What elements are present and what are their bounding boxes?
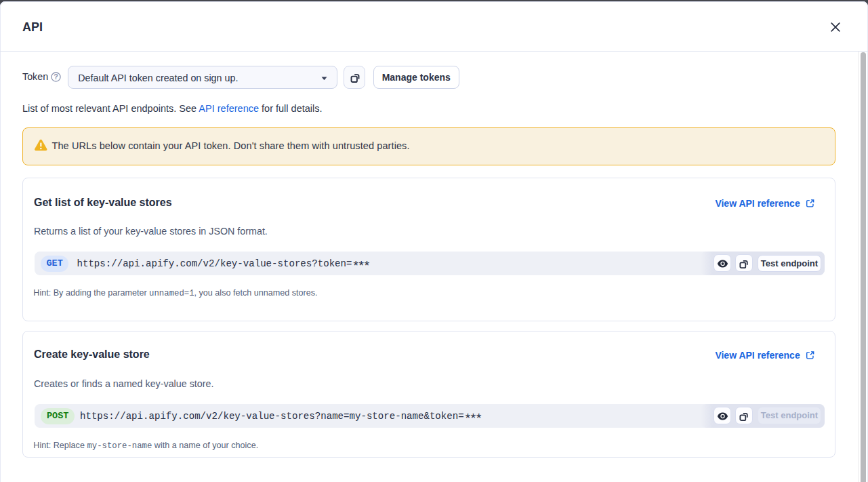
svg-text:?: ? <box>54 73 58 81</box>
